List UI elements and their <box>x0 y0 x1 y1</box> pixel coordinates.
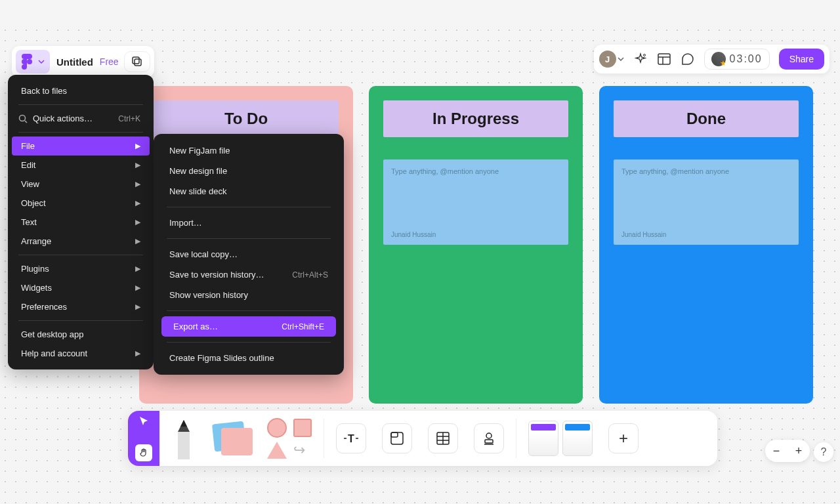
svg-rect-1 <box>135 59 141 66</box>
share-button[interactable]: Share <box>779 49 824 70</box>
menu-view[interactable]: View▶ <box>12 175 150 194</box>
menu-plugins[interactable]: Plugins▶ <box>12 259 150 278</box>
timer-avatar-icon <box>711 52 726 66</box>
svg-rect-22 <box>485 440 493 443</box>
sticky-note[interactable]: Type anything, @mention anyone Junaid Hu… <box>383 159 568 245</box>
submenu-divider <box>167 207 331 207</box>
avatar: J <box>599 51 616 68</box>
triangle-shape-icon <box>267 442 287 459</box>
widget-card-icon <box>562 421 593 456</box>
menu-text[interactable]: Text▶ <box>12 213 150 232</box>
comment-button[interactable] <box>681 52 695 66</box>
submenu-import[interactable]: Import… <box>158 213 340 233</box>
menu-divider <box>18 255 143 255</box>
copy-icon <box>131 56 143 68</box>
submenu-export[interactable]: Export as…Ctrl+Shift+E <box>161 316 336 337</box>
menu-back-to-files[interactable]: Back to files <box>12 81 150 100</box>
submenu-create-slides[interactable]: Create Figma Slides outline <box>158 348 340 368</box>
submenu-new-slide[interactable]: New slide deck <box>158 181 340 201</box>
figma-menu-chip[interactable] <box>16 50 50 74</box>
submenu-divider <box>167 342 331 343</box>
menu-arrange[interactable]: Arrange▶ <box>12 232 150 251</box>
menu-get-desktop[interactable]: Get desktop app <box>12 325 150 344</box>
file-title[interactable]: Untitled <box>56 56 93 68</box>
svg-text:T: T <box>348 433 354 444</box>
widget-previews[interactable] <box>528 421 593 456</box>
section-tool[interactable] <box>382 423 412 453</box>
submenu-save-local[interactable]: Save local copy… <box>158 244 340 264</box>
zoom-out-button[interactable]: − <box>765 440 788 462</box>
chevron-down-icon <box>38 60 45 64</box>
circle-shape-icon <box>267 418 287 438</box>
menu-widgets[interactable]: Widgets▶ <box>12 278 150 297</box>
svg-point-0 <box>27 59 32 64</box>
hand-icon <box>138 448 149 458</box>
menu-edit[interactable]: Edit▶ <box>12 156 150 175</box>
menu-object[interactable]: Object▶ <box>12 194 150 213</box>
zoom-in-button[interactable]: + <box>788 440 810 462</box>
help-button[interactable]: ? <box>814 442 833 462</box>
svg-rect-15 <box>391 432 403 444</box>
connector-arrow-icon: ↪ <box>293 442 305 459</box>
text-icon: T <box>343 432 360 445</box>
stamp-icon <box>482 431 496 446</box>
timer-value: 03:00 <box>730 53 763 65</box>
column-header-done: Done <box>614 100 799 137</box>
svg-marker-11 <box>180 420 187 427</box>
copy-button[interactable] <box>124 51 150 72</box>
hand-tool[interactable] <box>135 444 152 461</box>
main-menu: Back to files Quick actions…Ctrl+K File▶… <box>8 75 154 369</box>
widget-card-icon <box>528 421 558 456</box>
column-done[interactable]: Done Type anything, @mention anyone Juna… <box>599 86 813 404</box>
submenu-new-figjam[interactable]: New FigJam file <box>158 140 340 161</box>
figma-logo-icon <box>21 54 33 70</box>
zoom-controls: − + <box>765 440 810 462</box>
sticky-note[interactable]: Type anything, @mention anyone Junaid Hu… <box>614 159 799 245</box>
column-header-todo: To Do <box>154 100 339 137</box>
ai-sparkle-button[interactable] <box>633 52 648 66</box>
svg-line-4 <box>25 121 27 123</box>
table-tool[interactable] <box>428 423 458 453</box>
submenu-save-history[interactable]: Save to version history…Ctrl+Alt+S <box>158 264 340 285</box>
file-submenu: New FigJam file New design file New slid… <box>154 134 344 375</box>
svg-point-5 <box>643 54 645 56</box>
file-header: Untitled Free <box>12 46 154 77</box>
sparkle-icon <box>634 52 647 66</box>
square-shape-icon <box>293 419 312 437</box>
add-tool-button[interactable]: + <box>608 423 639 453</box>
sticky-author: Junaid Hussain <box>621 231 666 238</box>
bottom-toolbar: ↪ T + <box>128 411 717 466</box>
column-in-progress[interactable]: In Progress Type anything, @mention anyo… <box>369 86 583 404</box>
plan-badge: Free <box>100 56 119 67</box>
timer-pill[interactable]: 03:00 <box>704 49 770 70</box>
shapes-tool[interactable]: ↪ <box>267 418 312 459</box>
layout-button[interactable] <box>657 52 671 66</box>
text-tool[interactable]: T <box>336 423 366 453</box>
sticky-placeholder: Type anything, @mention anyone <box>621 167 791 175</box>
menu-file[interactable]: File▶ <box>12 136 150 156</box>
cursor-tool[interactable] <box>138 415 150 427</box>
user-menu[interactable]: J <box>599 51 624 68</box>
submenu-new-design[interactable]: New design file <box>158 161 340 181</box>
stamp-tool[interactable] <box>474 423 504 453</box>
section-icon <box>390 431 404 446</box>
menu-divider <box>18 132 143 133</box>
sticky-note-tool[interactable] <box>212 421 251 455</box>
svg-point-21 <box>486 433 492 438</box>
sticky-preview-icon <box>221 428 253 455</box>
top-right-bar: J 03:00 Share <box>594 45 830 74</box>
svg-rect-10 <box>178 432 190 459</box>
menu-preferences[interactable]: Preferences▶ <box>12 297 150 316</box>
sticky-placeholder: Type anything, @mention anyone <box>391 167 560 175</box>
svg-point-3 <box>20 115 26 121</box>
table-icon <box>436 431 450 446</box>
submenu-divider <box>167 238 331 239</box>
menu-help[interactable]: Help and account▶ <box>12 344 150 363</box>
menu-quick-actions[interactable]: Quick actions…Ctrl+K <box>12 109 150 128</box>
pencil-tool[interactable] <box>171 417 196 459</box>
layout-icon <box>658 53 671 65</box>
submenu-show-history[interactable]: Show version history <box>158 285 340 305</box>
toolbar-handle <box>128 411 159 466</box>
menu-divider <box>18 104 143 105</box>
comment-icon <box>681 52 694 66</box>
